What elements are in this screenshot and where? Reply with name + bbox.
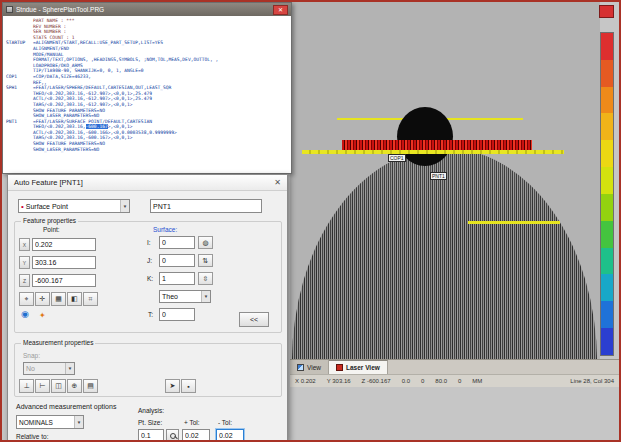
measurement-properties-group: Measurement properties Snap: No ▼ ⊥⊢◫⊕▤ … — [14, 343, 282, 397]
color-scale-segment — [601, 248, 613, 275]
laser-tab-icon — [336, 364, 343, 371]
status-item: 0.0 — [402, 378, 410, 384]
advanced-options-label: Advanced measurement options — [16, 403, 116, 410]
status-item: 80.0 — [435, 378, 447, 384]
theo-select[interactable]: Theo ▼ — [159, 290, 211, 303]
analysis-label: Analysis: — [138, 407, 164, 414]
code-area[interactable]: PART NAME : ***REV NUMBER :SER NUMBER :S… — [3, 16, 291, 173]
surface-point-icon: • — [21, 202, 24, 211]
perpendicular-icon[interactable]: ⊥ — [19, 379, 34, 393]
pt-size-input[interactable] — [138, 429, 164, 442]
status-item: X 0.202 — [295, 378, 316, 384]
status-item: 0 — [421, 378, 424, 384]
line-col-indicator: Line 28, Col 304 — [570, 378, 614, 384]
crosshair-icon[interactable]: ⊕ — [67, 379, 82, 393]
scanline-right — [468, 221, 560, 224]
code-line: SHOW_LASER_PARAMETERS=NO — [6, 147, 290, 153]
snap-value: No — [26, 365, 35, 372]
surface-vector-icon[interactable]: ◍ — [198, 236, 213, 249]
plus-tol-input[interactable] — [182, 429, 210, 442]
point-toolbar: ⌖✛▦◧⌗ — [19, 292, 98, 306]
t-label: T: — [148, 311, 153, 318]
point-x-input[interactable] — [32, 238, 96, 251]
measurement-toolbar-right: ➤▪ — [165, 379, 196, 393]
color-scale-segment — [601, 221, 613, 248]
color-scale-segment — [601, 33, 613, 60]
color-scale-segment — [601, 60, 613, 87]
color-scale-segment — [601, 194, 613, 221]
z-axis-box[interactable]: Z — [19, 274, 30, 287]
x-axis-box[interactable]: X — [19, 238, 30, 251]
minus-tol-input[interactable] — [216, 429, 244, 442]
rows-icon[interactable]: ▤ — [83, 379, 98, 393]
measurement-toolbar: ⊥⊢◫⊕▤ — [19, 379, 98, 393]
feature-type-select[interactable]: • Surface Point ▼ — [18, 199, 130, 213]
chevron-down-icon[interactable]: ▼ — [120, 200, 129, 212]
nominals-select[interactable]: NOMINALS ▼ — [16, 415, 84, 429]
j-label: J: — [147, 257, 152, 264]
flip-normal-icon[interactable]: ✦ — [39, 311, 46, 320]
feature-properties-label: Feature properties — [21, 217, 78, 224]
measure-now-icon[interactable]: ◉ — [21, 310, 29, 319]
i-label: I: — [147, 239, 151, 246]
tab-laser-view-label: Laser View — [346, 364, 380, 371]
laser-viewport[interactable]: COP1 PNT1 — [290, 2, 600, 359]
deviation-color-scale — [600, 32, 614, 356]
collapse-button[interactable]: << — [239, 312, 269, 327]
grid-icon[interactable]: ⌗ — [83, 292, 98, 306]
surface-i-input[interactable] — [159, 236, 195, 249]
box-select-icon[interactable]: ◧ — [67, 292, 82, 306]
feature-type-value: Surface Point — [26, 203, 68, 210]
y-axis-box[interactable]: Y — [19, 256, 30, 269]
status-item: Z -600.167 — [362, 378, 391, 384]
spin-updown-icon[interactable]: ⇅ — [198, 254, 213, 267]
surface-k-input[interactable] — [159, 272, 195, 285]
minus-tol-label: - Tol: — [218, 419, 232, 426]
solid-box-icon[interactable]: ▪ — [181, 379, 196, 393]
point-label: Point: — [43, 226, 60, 233]
chevron-down-icon[interactable]: ▼ — [201, 291, 210, 302]
surface-label: Surface: — [153, 226, 177, 233]
scale-top-swatch — [599, 5, 614, 18]
status-item: MM — [472, 378, 482, 384]
edit-window-titlebar[interactable]: Stndue - SpherePlanTool.PRG ✕ — [3, 3, 291, 16]
status-item: 0 — [458, 378, 461, 384]
chevron-down-icon[interactable]: ▼ — [74, 416, 83, 428]
app-icon — [6, 6, 13, 13]
snap-select: No ▼ — [23, 362, 75, 375]
surface-j-input[interactable] — [159, 254, 195, 267]
dialog-body: • Surface Point ▼ Feature properties Poi… — [8, 191, 287, 442]
color-scale-segment — [601, 328, 613, 355]
color-scale-segment — [601, 87, 613, 114]
pattern-icon[interactable]: ▦ — [51, 292, 66, 306]
status-bar: X 0.202Y 303.16Z -600.1670.0080.00MMLine… — [290, 374, 619, 387]
magnifier-button[interactable] — [166, 429, 179, 442]
dialog-titlebar[interactable]: Auto Feature [PNT1] ✕ — [8, 175, 287, 191]
tab-view[interactable]: View — [290, 360, 329, 374]
pnt-feature-label: PNT1 — [430, 172, 447, 180]
color-scale-segment — [601, 113, 613, 140]
relative-to-label: Relative to: — [16, 433, 49, 440]
view-tabbar: View Laser View — [290, 359, 619, 374]
tab-view-label: View — [307, 364, 321, 371]
point-y-input[interactable] — [32, 256, 96, 269]
close-icon[interactable]: ✕ — [273, 5, 288, 15]
pt-size-label: Pt. Size: — [138, 419, 162, 426]
dialog-title: Auto Feature [PNT1] — [14, 178, 83, 187]
point-z-input[interactable] — [32, 274, 96, 287]
scanline-middle — [302, 150, 564, 154]
dialog-close-icon[interactable]: ✕ — [274, 178, 281, 187]
cop-feature-label: COP1 — [388, 154, 406, 162]
view-tab-icon — [297, 364, 304, 371]
snap-point-icon[interactable]: ✛ — [35, 292, 50, 306]
t-input[interactable] — [159, 308, 195, 321]
feature-name-input[interactable] — [150, 199, 262, 213]
tab-laser-view[interactable]: Laser View — [329, 360, 388, 374]
flip-vector-icon[interactable]: ⇳ — [198, 272, 213, 285]
window-icon[interactable]: ◫ — [51, 379, 66, 393]
edge-point-icon[interactable]: ⊢ — [35, 379, 50, 393]
find-nominal-icon[interactable]: ⌖ — [19, 292, 34, 306]
snap-label: Snap: — [23, 352, 40, 359]
pointer-icon[interactable]: ➤ — [165, 379, 180, 393]
nominals-value: NOMINALS — [19, 419, 53, 426]
